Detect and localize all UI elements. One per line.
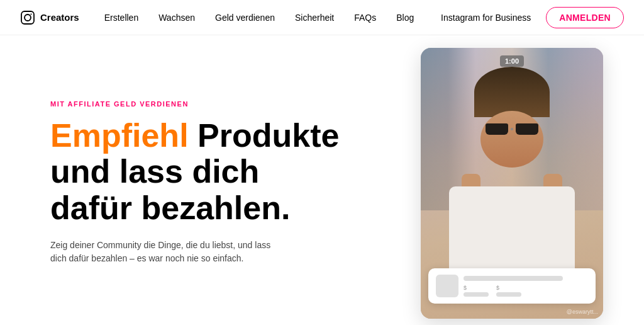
price-item-2: $ bbox=[496, 285, 521, 297]
instagram-icon bbox=[20, 10, 35, 25]
product-thumbnail bbox=[436, 275, 458, 297]
product-name-bar bbox=[464, 276, 563, 281]
product-prices: $ $ bbox=[464, 285, 588, 297]
video-card: 1:00 $ $ bbox=[421, 48, 603, 319]
price-bar-1 bbox=[464, 292, 489, 297]
face-area bbox=[462, 67, 562, 193]
product-card: $ $ bbox=[428, 268, 596, 304]
face bbox=[480, 111, 543, 168]
logo-text: Creators bbox=[40, 12, 79, 23]
hair bbox=[474, 67, 550, 117]
logo[interactable]: Creators bbox=[20, 10, 79, 25]
hero-left: MIT AFFILIATE GELD VERDIENEN Empfiehl Pr… bbox=[0, 35, 380, 325]
navigation: Creators Erstellen Wachsen Geld verdiene… bbox=[0, 0, 644, 35]
svg-rect-0 bbox=[21, 11, 34, 24]
nav-item-sicherheit[interactable]: Sicherheit bbox=[295, 12, 334, 23]
product-info: $ $ bbox=[464, 276, 588, 297]
nav-item-erstellen[interactable]: Erstellen bbox=[104, 12, 138, 23]
hero-right: 1:00 $ $ bbox=[380, 35, 644, 325]
shirt bbox=[449, 186, 575, 268]
instagram-for-business-link[interactable]: Instagram for Business bbox=[441, 13, 531, 23]
headline: Empfiehl Produkte und lass dich dafür be… bbox=[50, 118, 350, 226]
nav-right: Instagram for Business ANMELDEN bbox=[441, 7, 624, 28]
sunglasses-bridge bbox=[511, 128, 513, 130]
price-item-1: $ bbox=[464, 285, 489, 297]
headline-highlight: Empfiehl bbox=[50, 117, 189, 154]
category-label: MIT AFFILIATE GELD VERDIENEN bbox=[50, 100, 350, 108]
nav-item-geld-verdienen[interactable]: Geld verdienen bbox=[215, 12, 275, 23]
sunglasses bbox=[480, 111, 543, 135]
watermark: @eswarytt... bbox=[567, 309, 598, 315]
nav-links: Erstellen Wachsen Geld verdienen Sicherh… bbox=[104, 12, 414, 23]
sunglasses-right bbox=[516, 123, 538, 135]
price-bar-2 bbox=[496, 292, 521, 297]
main-content: MIT AFFILIATE GELD VERDIENEN Empfiehl Pr… bbox=[0, 35, 644, 325]
sunglasses-left bbox=[486, 123, 508, 135]
anmelden-button[interactable]: ANMELDEN bbox=[546, 7, 624, 28]
svg-point-2 bbox=[31, 13, 32, 14]
nav-item-wachsen[interactable]: Wachsen bbox=[158, 12, 195, 23]
video-timer: 1:00 bbox=[500, 55, 524, 67]
nav-item-blog[interactable]: Blog bbox=[396, 12, 414, 23]
svg-point-1 bbox=[25, 14, 31, 21]
hero-subtext: Zeig deiner Community die Dinge, die du … bbox=[50, 239, 277, 265]
nav-item-faqs[interactable]: FAQs bbox=[354, 12, 376, 23]
